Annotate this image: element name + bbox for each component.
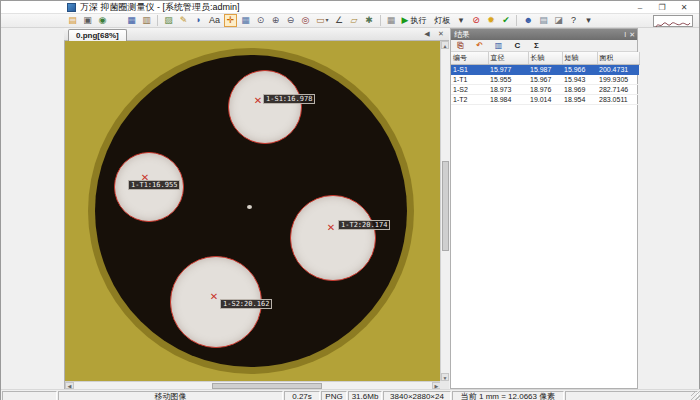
title-bar: 万深 抑菌圈测量仪 - [系统管理员:admin] – ❐ ✕: [1, 1, 699, 14]
lightpanel-button[interactable]: 灯板: [430, 14, 452, 27]
stats-button: Σ: [534, 41, 539, 51]
alert-icon: ✹: [487, 14, 495, 27]
pencil-icon: ✎: [180, 14, 188, 27]
measurement-mark-icon: ✕: [254, 95, 262, 106]
caliper-icon[interactable]: ▱: [348, 14, 361, 27]
users-icon[interactable]: ☻: [521, 14, 534, 27]
column-header-1[interactable]: 直径: [488, 52, 528, 65]
table-cell: 15.966: [562, 65, 597, 75]
run-button: ▶: [402, 14, 409, 27]
tab-scroll-left-icon[interactable]: ◀: [422, 30, 432, 38]
text-icon[interactable]: Aa: [207, 14, 222, 27]
target-icon[interactable]: ◎: [299, 14, 312, 27]
report-icon[interactable]: ▥: [140, 14, 153, 27]
gear-icon[interactable]: ✱: [363, 14, 376, 27]
run-button[interactable]: ▶执行: [400, 14, 429, 27]
horizontal-scrollbar[interactable]: ◀ ▶: [65, 381, 441, 389]
export-icon[interactable]: ⎘: [454, 39, 467, 52]
angle-icon[interactable]: ∠: [333, 14, 346, 27]
colony-1-S1[interactable]: [228, 70, 302, 144]
scroll-down-icon[interactable]: ▼: [441, 373, 449, 381]
app-window: 万深 抑菌圈测量仪 - [系统管理员:admin] – ❐ ✕ ▤▣◉▦▥▨✎◗…: [0, 0, 700, 400]
close-button[interactable]: ✕: [673, 1, 695, 14]
colony-1-T2[interactable]: [290, 195, 376, 281]
column-header-2[interactable]: 长轴: [528, 52, 562, 65]
table-row[interactable]: 1-S115.97715.98715.966200.4731: [451, 65, 639, 75]
results-toolbar: ⎘↶▥CΣ: [451, 40, 637, 52]
resize-grip[interactable]: [691, 391, 700, 400]
stats-button[interactable]: Σ: [530, 39, 543, 52]
column-header-4[interactable]: 面积: [597, 52, 639, 65]
measure-icon-dropdown[interactable]: ▾: [326, 14, 329, 27]
save-icon[interactable]: ▦: [125, 14, 138, 27]
measurement-mark-icon: ✕: [210, 291, 218, 302]
specimen-image[interactable]: ✕1-S1:16.978✕1-T1:16.955✕1-T2:20.174✕1-S…: [65, 41, 441, 381]
document-tab-bar: 0.png[68%] ◀ ✕: [64, 28, 449, 41]
select-icon[interactable]: ▦: [239, 14, 252, 27]
capture-icon[interactable]: ◉: [96, 14, 109, 27]
curve-icon[interactable]: ◗: [192, 14, 205, 27]
document-tab[interactable]: 0.png[68%]: [68, 29, 127, 41]
results-table-body: 1-S115.97715.98715.966200.47311-T115.955…: [451, 65, 639, 105]
measurement-mark-icon: ✕: [327, 222, 335, 233]
maximize-button[interactable]: ❐: [651, 1, 673, 14]
table-cell: 1-T1: [451, 75, 488, 85]
help-dropdown[interactable]: ▾: [582, 14, 595, 27]
undo-icon: ↶: [476, 41, 483, 51]
column-header-3[interactable]: 短轴: [562, 52, 597, 65]
pencil-icon[interactable]: ✎: [177, 14, 190, 27]
chart-icon[interactable]: ▥: [492, 39, 505, 52]
table-row[interactable]: 1-T218.98419.01418.954283.0511: [451, 95, 639, 105]
table-row[interactable]: 1-T115.95515.96715.943199.9305: [451, 75, 639, 85]
app-icon: [67, 3, 76, 12]
toolbar-separator: [380, 15, 381, 26]
gear-icon: ✱: [365, 14, 373, 27]
zoom-in-icon[interactable]: ⊕: [269, 14, 282, 27]
table-cell: 18.984: [488, 95, 528, 105]
alert-icon[interactable]: ✹: [484, 14, 497, 27]
measure-icon[interactable]: ▭▾: [314, 14, 331, 27]
status-scale-calibration: 当前 1 mm = 12.0663 像素: [452, 391, 564, 400]
toolbar-more-dropdown[interactable]: ▾: [454, 14, 467, 27]
results-table-header: 编号直径长轴短轴面积: [451, 52, 639, 65]
minimize-button[interactable]: –: [629, 1, 651, 14]
save-icon: ▦: [127, 14, 136, 27]
edit-form-icon[interactable]: ▤: [537, 14, 550, 27]
undo-icon[interactable]: ↶: [473, 39, 486, 52]
panel-close-icon[interactable]: ✕: [629, 29, 635, 40]
table-cell: 18.976: [528, 85, 562, 95]
status-bar: 移动图像 0.27s PNG 31.6Mb 3840×2880×24 当前 1 …: [1, 389, 700, 400]
table-cell: 1-S2: [451, 85, 488, 95]
open-image-icon[interactable]: ▤: [66, 14, 79, 27]
scroll-up-icon[interactable]: ▲: [441, 41, 449, 49]
zoom-icon: ⊙: [257, 14, 265, 27]
measure-icon: ▭: [316, 14, 325, 27]
stop-icon[interactable]: ⊘: [469, 14, 482, 27]
layout-icon[interactable]: ▦: [385, 14, 398, 27]
image-tool-icon[interactable]: ▨: [162, 14, 175, 27]
table-cell: 1-T2: [451, 95, 488, 105]
confirm-icon[interactable]: ✔: [499, 14, 512, 27]
scroll-left-icon[interactable]: ◀: [65, 382, 74, 389]
measurement-label-1-S2: 1-S2:20.162: [220, 299, 272, 309]
permission-icon[interactable]: ◪: [552, 14, 565, 27]
vertical-scroll-thumb[interactable]: [442, 161, 449, 251]
lightpanel-button-label: 灯板: [434, 14, 450, 27]
vertical-scrollbar[interactable]: ▲ ▼: [440, 41, 449, 381]
help-icon: ?: [571, 14, 576, 27]
column-header-0[interactable]: 编号: [451, 52, 488, 65]
status-tool-hint: 移动图像: [58, 391, 283, 400]
help-icon[interactable]: ?: [567, 14, 580, 27]
clear-button[interactable]: C: [511, 39, 524, 52]
camera-icon: ▣: [83, 14, 92, 27]
table-row[interactable]: 1-S218.97318.97618.969282.7146: [451, 85, 639, 95]
tab-close-icon[interactable]: ✕: [436, 30, 446, 38]
measurement-label-1-S1: 1-S1:16.978: [263, 94, 315, 104]
pin-icon[interactable]: I: [624, 29, 626, 40]
camera-icon[interactable]: ▣: [81, 14, 94, 27]
zoom-icon[interactable]: ⊙: [254, 14, 267, 27]
export-icon: ⎘: [457, 41, 463, 51]
permission-icon: ◪: [554, 14, 563, 27]
pan-icon[interactable]: ✛: [224, 14, 237, 27]
zoom-out-icon[interactable]: ⊖: [284, 14, 297, 27]
